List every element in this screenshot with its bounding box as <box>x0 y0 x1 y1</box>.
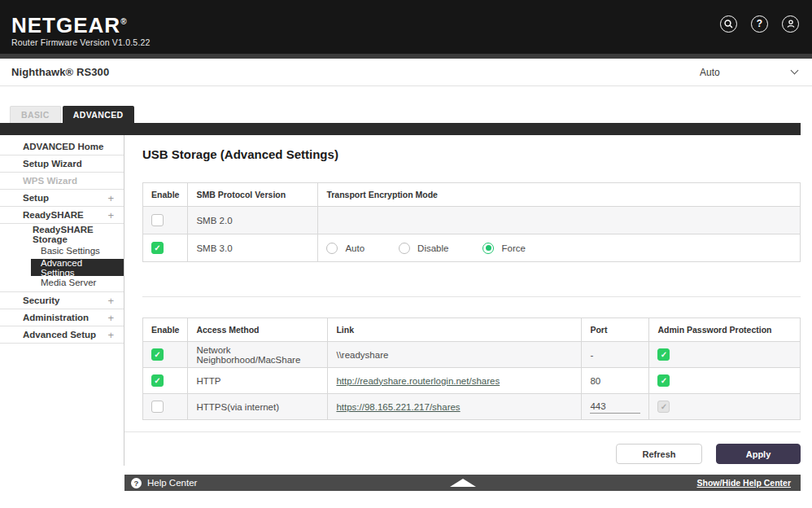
http-enable-checkbox[interactable]: ✓ <box>151 374 164 387</box>
help-circle-icon: ? <box>131 478 142 488</box>
subheader: Nighthawk® RS300 Auto <box>0 59 812 86</box>
expand-plus-icon[interactable]: + <box>107 329 114 341</box>
refresh-button[interactable]: Refresh <box>616 444 702 464</box>
http-port: 80 <box>582 368 649 394</box>
col-enable: Enable <box>143 183 188 207</box>
access-table-header: Enable Access Method Link Port Admin Pas… <box>143 318 801 342</box>
sidebar-item-readyshare-storage[interactable]: ReadySHARE Storage <box>0 226 124 243</box>
collapse-arrow-icon[interactable] <box>450 479 476 487</box>
tabs-row: BASIC ADVANCED <box>0 106 812 123</box>
http-share-link[interactable]: http://readyshare.routerlogin.net/shares <box>336 376 500 386</box>
search-icon[interactable] <box>720 15 737 33</box>
question-glyph: ? <box>757 18 762 29</box>
sidebar-item-setup[interactable]: Setup+ <box>0 190 124 207</box>
sidebar: ADVANCED Home Setup Wizard WPS Wizard Se… <box>0 135 124 466</box>
https-enable-checkbox[interactable] <box>151 401 164 413</box>
page-title: USB Storage (Advanced Settings) <box>142 147 801 161</box>
encryption-mode-radios: Auto Disable Force <box>326 243 792 254</box>
macshare-admin-checkbox[interactable]: ✓ <box>657 348 670 361</box>
sidebar-item-advanced-settings[interactable]: Advanced Settings <box>31 259 124 276</box>
radio-auto[interactable]: Auto <box>326 243 365 254</box>
brand-block: NETGEAR® Router Firmware Version V1.0.5.… <box>11 7 151 48</box>
access-table: Enable Access Method Link Port Admin Pas… <box>142 318 801 420</box>
radio-force[interactable]: Force <box>482 243 525 254</box>
brand-text: NETGEAR <box>11 12 120 37</box>
account-icon[interactable] <box>782 15 799 33</box>
sidebar-item-setup-wizard[interactable]: Setup Wizard <box>0 155 124 173</box>
tab-basic[interactable]: BASIC <box>10 106 61 123</box>
content: ADVANCED Home Setup Wizard WPS Wizard Se… <box>0 135 812 466</box>
smb-table: Enable SMB Protocol Version Transport En… <box>142 182 801 262</box>
col-enable: Enable <box>143 318 188 342</box>
macshare-enable-checkbox[interactable]: ✓ <box>151 348 164 361</box>
radio-label: Force <box>501 243 525 253</box>
sidebar-item-readyshare[interactable]: ReadySHARE+ <box>0 207 124 224</box>
col-admin-protection: Admin Password Protection <box>649 318 801 342</box>
mode-select-value: Auto <box>700 67 720 78</box>
smb20-version: SMB 2.0 <box>188 207 318 234</box>
show-hide-help-link[interactable]: Show/Hide Help Center <box>696 478 791 488</box>
http-method: HTTP <box>188 368 328 394</box>
http-admin-checkbox[interactable]: ✓ <box>657 374 670 387</box>
sidebar-item-administration[interactable]: Administration+ <box>0 309 124 326</box>
sidebar-item-advanced-home[interactable]: ADVANCED Home <box>0 138 124 155</box>
expand-plus-icon[interactable]: + <box>107 192 114 204</box>
radio-dot <box>326 243 338 254</box>
section-divider <box>142 296 801 297</box>
sidebar-item-label: Advanced Setup <box>23 330 96 339</box>
action-buttons: Refresh Apply <box>142 444 801 464</box>
expand-plus-icon[interactable]: + <box>107 209 114 221</box>
netgear-logo: NETGEAR® <box>11 11 151 36</box>
sidebar-item-label: WPS Wizard <box>23 176 77 186</box>
macshare-method: Network Neighborhood/MacShare <box>188 342 328 368</box>
chevron-down-icon <box>791 67 799 75</box>
https-method: HTTPS(via internet) <box>188 394 328 420</box>
https-admin-checkbox-disabled: ✓ <box>657 401 670 413</box>
sidebar-item-label: ReadySHARE Storage <box>33 225 114 244</box>
help-icon[interactable]: ? <box>751 15 768 33</box>
sidebar-item-label: Basic Settings <box>41 246 100 256</box>
https-port-input[interactable] <box>590 400 640 414</box>
smb20-modes-empty <box>318 207 801 234</box>
col-port: Port <box>582 318 649 342</box>
app-header: NETGEAR® Router Firmware Version V1.0.5.… <box>0 0 812 54</box>
header-icons: ? <box>720 15 799 39</box>
tab-underline-bar <box>0 123 801 135</box>
help-center-toggle[interactable]: ? Help Center <box>131 478 197 488</box>
apply-button[interactable]: Apply <box>716 444 801 464</box>
expand-plus-icon[interactable]: + <box>107 295 114 307</box>
table-row-smb20: SMB 2.0 <box>143 207 801 234</box>
macshare-port: - <box>582 342 649 368</box>
help-center-bar: ? Help Center Show/Hide Help Center <box>124 475 801 491</box>
radio-dot <box>399 243 410 254</box>
sidebar-item-label: Setup <box>23 193 49 203</box>
footer-divider <box>124 431 801 432</box>
sidebar-item-basic-settings[interactable]: Basic Settings <box>0 243 124 259</box>
sidebar-item-wps-wizard: WPS Wizard <box>0 173 124 190</box>
smb30-version: SMB 3.0 <box>188 234 318 262</box>
macshare-link: \\readyshare <box>336 350 388 360</box>
smb-table-header: Enable SMB Protocol Version Transport En… <box>143 183 801 207</box>
registered-mark: ® <box>120 17 127 26</box>
firmware-version: Router Firmware Version V1.0.5.22 <box>11 37 151 47</box>
col-access-method: Access Method <box>188 318 328 342</box>
table-row-http: ✓ HTTP http://readyshare.routerlogin.net… <box>143 368 801 394</box>
help-center-label: Help Center <box>147 478 197 488</box>
col-link: Link <box>328 318 582 342</box>
https-share-link[interactable]: https://98.165.221.217/shares <box>336 402 460 412</box>
expand-plus-icon[interactable]: + <box>107 312 114 324</box>
sidebar-item-advanced-setup[interactable]: Advanced Setup+ <box>0 326 124 344</box>
main-panel: USB Storage (Advanced Settings) Enable S… <box>124 135 812 466</box>
sidebar-item-label: Setup Wizard <box>23 159 82 169</box>
sidebar-item-label: Administration <box>23 313 89 322</box>
smb20-enable-checkbox[interactable] <box>151 214 164 226</box>
tab-advanced[interactable]: ADVANCED <box>63 106 134 123</box>
mode-select[interactable]: Auto <box>696 64 801 81</box>
sidebar-item-label: Security <box>23 296 59 305</box>
sidebar-item-security[interactable]: Security+ <box>0 292 124 309</box>
col-smb-version: SMB Protocol Version <box>188 183 318 207</box>
radio-disable[interactable]: Disable <box>399 243 448 254</box>
smb30-enable-checkbox[interactable]: ✓ <box>151 242 164 254</box>
sidebar-item-media-server[interactable]: Media Server <box>0 276 124 292</box>
sidebar-item-label: ADVANCED Home <box>23 142 103 151</box>
